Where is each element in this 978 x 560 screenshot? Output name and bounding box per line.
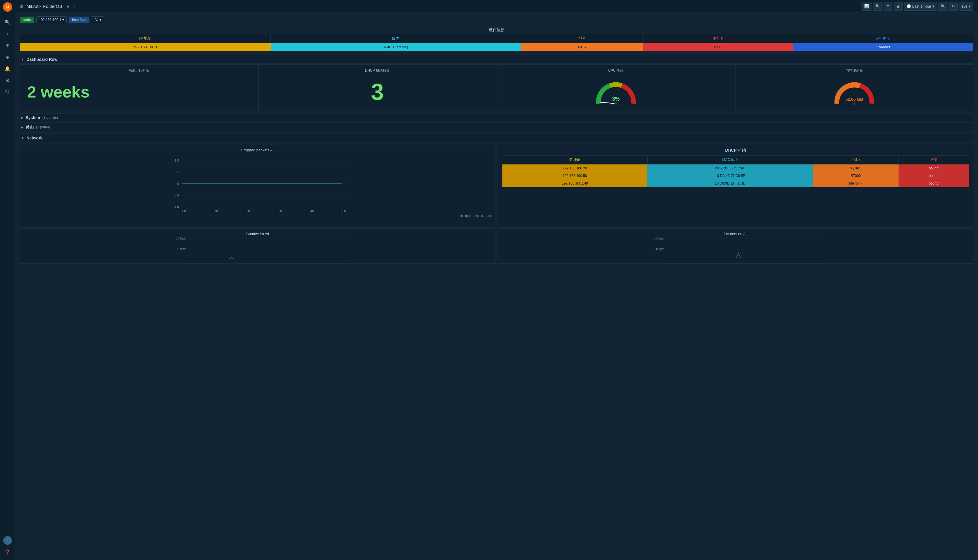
uptime-value: 2 weeks xyxy=(25,77,253,107)
sidebar-alerts-icon[interactable]: 🔔 xyxy=(2,63,13,74)
network-row-label: Network xyxy=(27,136,42,140)
dropped-packets-title: Dropped packets All xyxy=(24,148,491,152)
search-topbar-button[interactable]: 🔍 xyxy=(873,2,883,11)
interface-value: All xyxy=(94,18,98,22)
dhcp-status-1: bound xyxy=(898,165,969,172)
topbar-actions: 📊 🔍 ⚙ 🖥 🕐 Last 1 hour ▾ 🔍 ↺ 10s ▾ xyxy=(861,2,973,11)
hw-col-model: 型号 xyxy=(521,34,643,43)
monitor-button[interactable]: 🖥 xyxy=(894,2,903,11)
hw-col-host: 主机名 xyxy=(643,34,793,43)
grid-icon: ⊞ xyxy=(20,4,23,8)
sidebar-help-icon[interactable]: ❓ xyxy=(2,547,13,557)
dashboard-panels: 系统运行时长 2 weeks DHCP 租约数量 3 CPU 负载 xyxy=(20,64,973,111)
hardware-table: IP 地址 版本 型号 主机名 运行时长 192.168.100.1 6.48.… xyxy=(20,34,973,51)
hw-col-ver: 版本 xyxy=(271,34,521,43)
bandwidth-panel: Bandwidth All 10 Mb/s 5 Mb/s xyxy=(20,228,495,264)
star-button[interactable]: ★ xyxy=(66,3,70,9)
svg-text:0: 0 xyxy=(177,182,179,185)
hardware-section: 硬件信息 IP 地址 版本 型号 主机名 运行时长 192.168.100.1 … xyxy=(20,27,973,51)
memory-gauge-svg: 52.06 MB xyxy=(831,77,878,107)
legend-min[interactable]: min xyxy=(458,214,463,217)
hardware-title: 硬件信息 xyxy=(20,27,973,33)
svg-text:13:20: 13:20 xyxy=(242,209,250,213)
main-content: ⊞ Mikrotik RouterOS ★ ⇄ 📊 🔍 ⚙ 🖥 🕐 Last 1… xyxy=(15,0,978,560)
svg-text:10 Mb/s: 10 Mb/s xyxy=(176,237,186,240)
cpu-panel: CPU 负载 3% xyxy=(497,64,735,111)
sidebar-dashboard-icon[interactable]: ⊞ xyxy=(2,40,13,51)
routing-row-label: 路由 xyxy=(26,125,34,130)
dhcp-row-3: 192.168.100.149 16:D8:0B:1A:F2:BD MikroT… xyxy=(502,180,969,187)
dhcp-table-title: DHCP 租约 xyxy=(502,148,969,153)
system-arrow: ▶ xyxy=(21,116,23,120)
routing-row-header[interactable]: ▶ 路由 (1 panel) xyxy=(20,123,973,132)
packets-on-chart: 1.0 kp/s 500 p/s xyxy=(502,237,969,260)
packets-on-panel: Packets on All 1.0 kp/s 500 p/s xyxy=(498,228,973,264)
packets-svg: 1.0 kp/s 500 p/s xyxy=(502,237,969,260)
filter-bar: node 192.168.100.1 ▾ interface All ▾ xyxy=(20,16,973,23)
refresh-button[interactable]: ↺ xyxy=(949,2,958,11)
svg-point-0 xyxy=(615,102,617,105)
dhcp-col-host: 主机名 xyxy=(813,156,898,165)
dhcp-count-panel: DHCP 租约数量 3 xyxy=(258,64,496,111)
legend-avg[interactable]: avg xyxy=(473,214,479,217)
app-title: Mikrotik RouterOS xyxy=(27,4,62,9)
chevron-down-icon: ▾ xyxy=(932,4,934,8)
network-row-header[interactable]: ▼ Network xyxy=(20,133,973,142)
svg-text:13:50: 13:50 xyxy=(338,209,346,213)
time-range-label: Last 1 hour xyxy=(912,4,931,8)
hw-val-uptime: 2 weeks xyxy=(793,43,973,51)
share-button[interactable]: ⇄ xyxy=(73,4,77,9)
sidebar-shield-icon[interactable]: 🛡 xyxy=(2,87,13,97)
interface-select[interactable]: All ▾ xyxy=(92,16,103,23)
dhcp-host-2: R7000 xyxy=(813,172,898,180)
hw-val-ip: 192.168.100.1 xyxy=(20,43,271,51)
interval-button[interactable]: 10s ▾ xyxy=(959,2,973,11)
user-avatar[interactable]: 👤 xyxy=(3,536,12,545)
bandwidth-chart: 10 Mb/s 5 Mb/s xyxy=(24,237,491,260)
system-row-sub: (3 panels) xyxy=(42,115,58,120)
app-logo: M xyxy=(3,2,12,12)
dashboard-row-header[interactable]: ▼ Dashboard Row xyxy=(20,55,973,64)
chart-type-button[interactable]: 📊 xyxy=(861,2,871,11)
dhcp-count-value: 3 xyxy=(263,77,491,107)
dhcp-mac-3: 16:D8:0B:1A:F2:BD xyxy=(647,180,813,187)
hw-val-model: CHR xyxy=(521,43,643,51)
dhcp-status-2: bound xyxy=(898,172,969,180)
sidebar-settings-icon[interactable]: ⚙ xyxy=(2,75,13,85)
sidebar-add-icon[interactable]: ＋ xyxy=(2,28,13,39)
hw-col-ip: IP 地址 xyxy=(20,34,271,43)
settings-topbar-button[interactable]: ⚙ xyxy=(884,2,892,11)
svg-text:52.06 MB: 52.06 MB xyxy=(846,97,863,102)
cpu-gauge: 3% xyxy=(502,77,730,107)
svg-text:3%: 3% xyxy=(612,96,620,102)
system-row-header[interactable]: ▶ System (3 panels) xyxy=(20,113,973,122)
sidebar-explore-icon[interactable]: ◉ xyxy=(2,52,13,62)
dhcp-mac-1: 24:5E:BE:0C:17:AF xyxy=(647,165,813,172)
routing-row-sub: (1 panel) xyxy=(36,125,50,129)
svg-point-2 xyxy=(853,102,856,105)
dhcp-ip-3: 192.168.100.149 xyxy=(502,180,648,187)
node-chevron: ▾ xyxy=(62,18,64,22)
svg-text:500 p/s: 500 p/s xyxy=(655,247,664,251)
zoom-button[interactable]: 🔍 xyxy=(938,2,948,11)
interface-tag: interface xyxy=(69,17,89,23)
svg-text:13:10: 13:10 xyxy=(210,209,218,213)
svg-text:0.5: 0.5 xyxy=(175,170,179,174)
dhcp-count-title: DHCP 租约数量 xyxy=(263,68,491,73)
memory-panel: 内存使用量 52.06 MB xyxy=(736,64,974,111)
bandwidth-svg: 10 Mb/s 5 Mb/s xyxy=(24,237,491,260)
sidebar-search-icon[interactable]: 🔍 xyxy=(2,17,13,27)
clock-icon: 🕐 xyxy=(906,4,911,8)
dhcp-host-1: MyNAS xyxy=(813,165,898,172)
node-select[interactable]: 192.168.100.1 ▾ xyxy=(37,16,67,23)
time-range-button[interactable]: 🕐 Last 1 hour ▾ xyxy=(904,2,937,11)
hw-val-host: ROS xyxy=(643,43,793,51)
legend-max[interactable]: max xyxy=(465,214,471,217)
interface-chevron: ▾ xyxy=(100,18,101,22)
legend-current[interactable]: current xyxy=(481,214,491,217)
uptime-panel: 系统运行时长 2 weeks xyxy=(20,64,258,111)
cpu-title: CPU 负载 xyxy=(502,68,730,73)
dhcp-row-2: 192.168.100.50 10:DA:43:77:C6:5E R7000 b… xyxy=(502,172,969,180)
bandwidth-title: Bandwidth All xyxy=(24,232,491,236)
routing-arrow: ▶ xyxy=(21,125,23,129)
